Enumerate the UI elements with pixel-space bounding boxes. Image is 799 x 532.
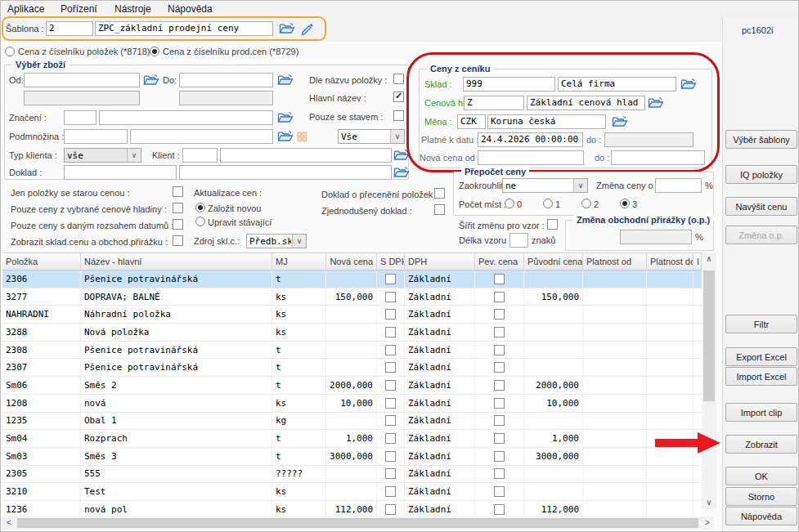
pev_cena-checkbox[interactable] <box>494 292 505 302</box>
import-clip-button[interactable]: Import clip <box>725 403 797 422</box>
pev_cena-checkbox[interactable] <box>494 451 505 462</box>
pev_cena-checkbox[interactable] <box>494 380 505 391</box>
sirit-zmenu-checkbox[interactable] <box>547 219 558 230</box>
scroll-down-icon[interactable]: ∨ <box>702 496 716 509</box>
column-header[interactable]: I <box>694 253 702 270</box>
s_dph-checkbox[interactable] <box>385 362 396 373</box>
scroll-right-icon[interactable]: > <box>701 516 714 530</box>
table-row[interactable]: 3277DOPRAVA; BALNÉks150,000Základní150,0… <box>2 288 702 306</box>
podmnozina-folder-icon[interactable] <box>277 130 294 146</box>
doklad-code-input[interactable] <box>64 165 177 180</box>
table-vscroll-thumb[interactable] <box>703 270 715 401</box>
opt-rozsah-datumu-checkbox[interactable] <box>173 219 183 230</box>
znaceni-code-input[interactable] <box>64 110 97 125</box>
hlavni-nazev-checkbox[interactable] <box>393 92 404 102</box>
platne-do-input[interactable] <box>604 132 694 147</box>
klient-name-input[interactable] <box>220 148 392 163</box>
znaceni-name-input[interactable] <box>99 110 273 125</box>
s_dph-checkbox[interactable] <box>385 504 396 515</box>
nova-cena-do-input[interactable] <box>611 150 705 165</box>
zalozit-novou-radio[interactable] <box>195 203 205 212</box>
sablona-edit-pencil-icon[interactable] <box>300 22 314 39</box>
navysit-cenu-button[interactable]: Navýšit cenu <box>725 197 797 216</box>
sablona-name-input[interactable]: ZPC_základní prodejní ceny <box>95 21 273 36</box>
column-header[interactable]: Nová cena <box>326 253 377 270</box>
klient-code-input[interactable] <box>182 148 218 163</box>
chevron-down-icon[interactable]: ∨ <box>573 179 587 192</box>
column-header[interactable]: DPH <box>405 253 475 270</box>
podmnozina-grid-icon[interactable] <box>297 131 307 145</box>
table-row[interactable]: NAHRADNINáhradní položkaksZákladní <box>2 306 702 324</box>
storno-button[interactable]: Storno <box>725 487 797 506</box>
table-row[interactable]: Sm03Směs 3t3000,000Základní3000,000 <box>2 448 702 466</box>
s_dph-checkbox[interactable] <box>385 433 396 444</box>
podmnozina-code-input[interactable] <box>64 129 128 144</box>
nova-cena-od-input[interactable] <box>478 150 584 165</box>
klient-folder-icon[interactable] <box>393 149 410 165</box>
filtr-button[interactable]: Filtr <box>725 315 797 333</box>
radio-cena-polozek[interactable] <box>5 47 15 56</box>
import-excel-button[interactable]: Import Excel <box>725 367 797 386</box>
s_dph-checkbox[interactable] <box>385 292 396 302</box>
pev_cena-checkbox[interactable] <box>494 274 505 284</box>
opt-stara-cena-checkbox[interactable] <box>173 186 183 197</box>
export-excel-button[interactable]: Export Excel <box>725 347 797 366</box>
s_dph-checkbox[interactable] <box>385 380 396 391</box>
table-row[interactable]: Sm06Směs 2t2000,000Základní2000,000 <box>2 377 702 395</box>
zmena-ceny-input[interactable] <box>655 178 702 193</box>
scroll-up-icon[interactable]: ∧ <box>702 253 716 266</box>
pocet-mist-1-radio[interactable] <box>543 199 553 208</box>
table-row[interactable]: 3288Nová položkaksZákladní <box>2 324 702 342</box>
radio-cena-prodcen[interactable] <box>150 47 159 56</box>
pocet-mist-0-radio[interactable] <box>505 199 514 208</box>
chevron-down-icon[interactable]: ∨ <box>292 235 306 248</box>
pev_cena-checkbox[interactable] <box>494 362 505 373</box>
zaokrouhlit-combo[interactable]: ne∨ <box>502 178 588 193</box>
doklad-preceneni-checkbox[interactable] <box>434 188 445 199</box>
sklad-code-input[interactable]: 999 <box>463 77 555 92</box>
column-header[interactable]: Název - hlavní <box>81 253 272 270</box>
table-row[interactable]: 3210TestksZákladní <box>2 483 702 501</box>
iq-polozky-button[interactable]: IQ položky <box>725 165 797 184</box>
chevron-down-icon[interactable]: ∨ <box>127 149 141 162</box>
sklad-name-input[interactable]: Celá firma <box>558 77 676 92</box>
pev_cena-checkbox[interactable] <box>494 327 505 338</box>
menu-aplikace[interactable]: Aplikace <box>7 3 44 15</box>
table-hscroll-thumb[interactable] <box>17 518 698 528</box>
scroll-left-icon[interactable]: < <box>2 516 16 530</box>
menu-porizeni[interactable]: Pořízení <box>61 3 97 15</box>
pev_cena-checkbox[interactable] <box>494 415 505 426</box>
delka-vzoru-input[interactable] <box>509 233 528 248</box>
pev_cena-checkbox[interactable] <box>494 433 505 444</box>
opt-vybrana-hladina-checkbox[interactable] <box>173 203 183 213</box>
pev_cena-checkbox[interactable] <box>494 398 505 409</box>
table-row[interactable]: 2308Pšenice potravinářskátZákladní <box>2 342 702 360</box>
od-input[interactable] <box>24 73 140 87</box>
pocet-mist-2-radio[interactable] <box>581 199 591 208</box>
podmnozina-name-input[interactable] <box>130 129 273 144</box>
table-row[interactable]: 2306Pšenice potravinářskátZákladní <box>2 270 702 288</box>
column-header[interactable]: Platnost do <box>647 253 694 270</box>
pev_cena-checkbox[interactable] <box>494 486 505 497</box>
table-row[interactable]: 2307Pšenice potravinářskátZákladní <box>2 359 702 377</box>
menu-napoveda[interactable]: Nápověda <box>168 3 213 15</box>
znaceni-folder-icon[interactable] <box>277 111 294 127</box>
pouze-se-stavem-checkbox[interactable] <box>393 110 404 121</box>
s_dph-checkbox[interactable] <box>385 468 396 479</box>
upravit-stavajici-radio[interactable] <box>195 217 205 226</box>
column-header[interactable]: S DPH <box>377 253 405 270</box>
zjednoduseny-checkbox[interactable] <box>434 204 445 215</box>
table-row[interactable]: 1208nováks10,000Základní10,000 <box>2 395 702 413</box>
s_dph-checkbox[interactable] <box>385 486 396 497</box>
vse-combo[interactable]: Vše∨ <box>338 129 405 144</box>
zmena-op-input[interactable] <box>620 230 692 244</box>
column-header[interactable]: MJ <box>272 253 326 270</box>
doklad-folder-icon[interactable] <box>393 166 410 182</box>
s_dph-checkbox[interactable] <box>385 309 396 320</box>
mena-code-input[interactable]: CZK <box>457 114 486 129</box>
zdroj-combo[interactable]: Předb.skl∨ <box>246 234 307 248</box>
pev_cena-checkbox[interactable] <box>494 504 505 515</box>
do-folder-icon[interactable] <box>277 74 294 90</box>
opt-sklad-cena-checkbox[interactable] <box>173 235 183 246</box>
napoveda-button[interactable]: Nápověda <box>725 507 797 525</box>
